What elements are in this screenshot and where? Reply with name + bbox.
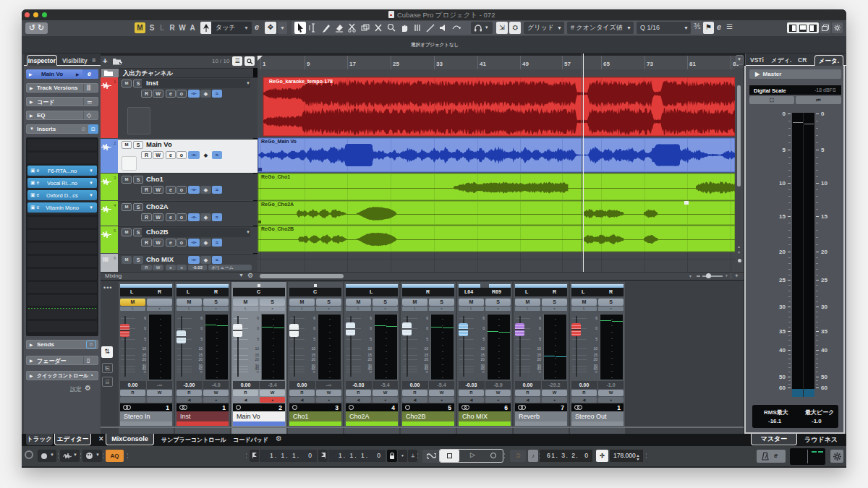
svg-text:ReGo_Cho2B: ReGo_Cho2B [261,226,294,231]
svg-text:ReGo_karaoke_tempo-178: ReGo_karaoke_tempo-178 [269,79,333,85]
svg-text:ReGo_Cho1: ReGo_Cho1 [261,174,290,179]
svg-text:ReGo_Main Vo: ReGo_Main Vo [261,139,297,144]
svg-text:ReGo_Cho2A: ReGo_Cho2A [261,202,294,207]
